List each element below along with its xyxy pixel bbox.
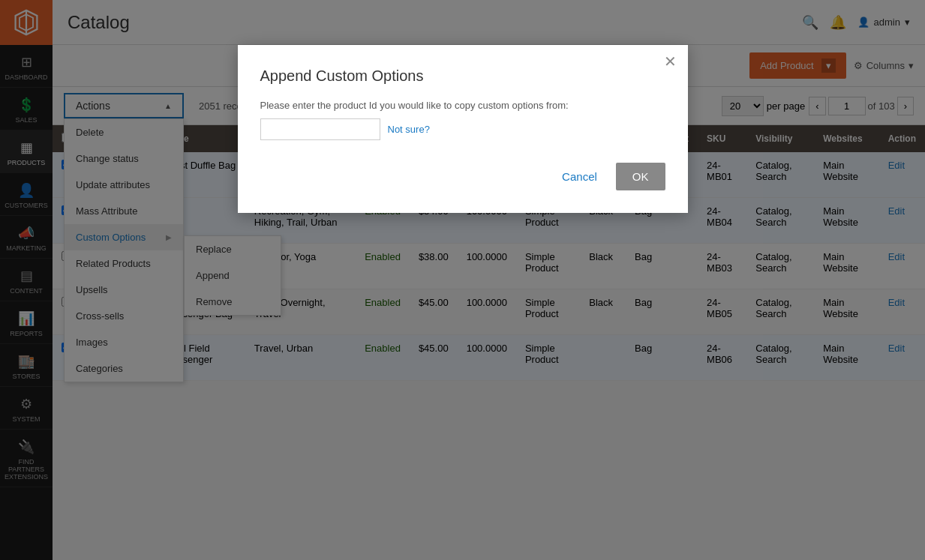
modal-overlay: ✕ Append Custom Options Please enter the… xyxy=(0,0,925,560)
not-sure-link[interactable]: Not sure? xyxy=(388,124,430,135)
modal-footer: Cancel OK xyxy=(260,163,665,190)
modal-cancel-button[interactable]: Cancel xyxy=(551,163,608,190)
append-custom-options-modal: ✕ Append Custom Options Please enter the… xyxy=(238,45,688,213)
modal-title: Append Custom Options xyxy=(260,67,665,85)
modal-body: Please enter the product Id you would li… xyxy=(260,100,665,140)
product-id-input[interactable] xyxy=(260,118,380,140)
modal-body-label: Please enter the product Id you would li… xyxy=(260,100,569,111)
modal-ok-button[interactable]: OK xyxy=(616,163,665,190)
modal-close-button[interactable]: ✕ xyxy=(664,54,677,69)
